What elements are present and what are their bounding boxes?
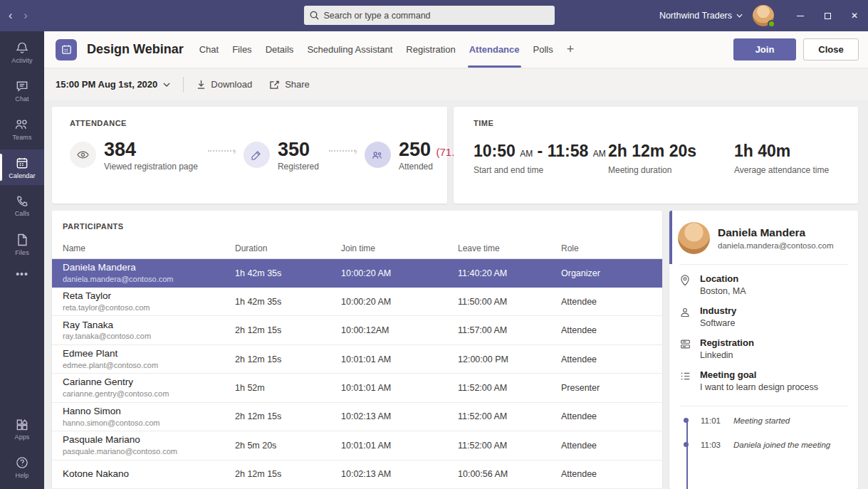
teams-people-icon <box>14 117 30 132</box>
funnel-step-viewed: 384 Viewed registration page <box>70 140 198 172</box>
help-icon <box>15 456 29 470</box>
participant-join-time: 10:01:01 AM <box>341 441 458 451</box>
command-search[interactable] <box>303 6 554 25</box>
profile-meeting-goal: Meeting goalI want to learn design proce… <box>679 369 848 392</box>
timeline-time: 11:03 <box>701 441 726 449</box>
forward-arrow-icon[interactable]: › <box>23 9 27 22</box>
column-join-time[interactable]: Join time <box>341 243 458 253</box>
profile-avatar <box>678 222 710 254</box>
column-role[interactable]: Role <box>561 243 662 253</box>
table-row[interactable]: Carianne Gentrycarianne.gentry@contoso.c… <box>52 374 662 402</box>
eye-icon <box>70 142 96 168</box>
table-row[interactable]: Edmee Plantedmee.plant@contoso.com 2h 12… <box>52 345 662 374</box>
participant-leave-time: 11:52:00 AM <box>458 441 561 451</box>
titlebar-right: Northwind Traders ✕ <box>659 0 868 31</box>
close-button[interactable]: Close <box>803 38 859 61</box>
sidebar-item-files[interactable]: Files <box>0 226 44 262</box>
tab-attendance[interactable]: Attendance <box>469 31 520 68</box>
viewed-count: 384 <box>104 140 198 159</box>
sidebar-item-chat[interactable]: Chat <box>0 73 44 108</box>
share-button[interactable]: Share <box>269 79 310 90</box>
profile-location: LocationBoston, MA <box>679 273 848 296</box>
location-pin-icon <box>679 275 691 296</box>
table-row[interactable]: Kotone Nakano 2h 12m 15s 10:02:13 AM 10:… <box>52 461 662 489</box>
user-avatar[interactable] <box>753 5 774 26</box>
sidebar-item-calendar[interactable]: Calendar <box>0 149 44 185</box>
tab-files[interactable]: Files <box>232 31 251 68</box>
column-duration[interactable]: Duration <box>235 243 341 253</box>
share-label: Share <box>285 79 310 90</box>
share-icon <box>269 80 280 90</box>
bell-icon <box>15 41 29 55</box>
funnel-arrow-icon: › <box>208 150 236 152</box>
table-row[interactable]: Pasquale Marianopasquale.mariano@contoso… <box>52 431 662 460</box>
meeting-timeline: 11:01 Meeting started 11:03 Daniela join… <box>685 416 848 449</box>
table-row[interactable]: Reta Taylorreta.taylor@contoso.com 1h 42… <box>52 288 662 316</box>
meeting-calendar-icon <box>56 39 77 61</box>
table-row[interactable]: Ray Tanakaray.tanaka@contoso.com 2h 12m … <box>52 316 662 345</box>
participant-join-time: 10:00:20 AM <box>341 268 458 278</box>
time-range-stat: 10:50 AM - 11:58 AM Start and end time <box>474 142 608 175</box>
sidebar-item-help[interactable]: Help <box>0 449 44 485</box>
participant-name: Pasquale Mariano <box>63 434 235 446</box>
sidebar-item-calls[interactable]: Calls <box>0 188 44 224</box>
back-arrow-icon[interactable]: ‹ <box>9 9 12 22</box>
participant-duration: 1h 42m 35s <box>235 268 341 278</box>
duration-stat: 2h 12m 20s Meeting duration <box>608 142 734 175</box>
add-tab-button[interactable]: + <box>567 31 575 68</box>
close-icon: ✕ <box>851 11 858 21</box>
participant-join-time: 10:00:12AM <box>341 325 458 335</box>
org-switcher[interactable]: Northwind Traders <box>659 11 743 21</box>
participants-title: PARTICIPANTS <box>52 211 662 239</box>
sidebar-item-teams[interactable]: Teams <box>0 111 44 147</box>
participant-join-time: 10:01:01 AM <box>341 354 458 364</box>
search-input[interactable] <box>323 11 548 21</box>
calendar-icon <box>15 156 29 170</box>
sidebar-more-icon[interactable]: ••• <box>0 262 44 286</box>
pencil-icon <box>244 142 270 168</box>
meeting-header: Design Webinar Chat Files Details Schedu… <box>44 31 868 68</box>
table-row[interactable]: Hanno Simonhanno.simon@contoso.com 2h 12… <box>52 403 662 431</box>
participant-role: Attendee <box>561 297 662 307</box>
join-button[interactable]: Join <box>733 38 796 61</box>
time-card: TIME 10:50 AM - 11:58 AM Start and end t… <box>454 107 858 204</box>
download-button[interactable]: Download <box>197 79 252 90</box>
column-name[interactable]: Name <box>63 243 235 253</box>
history-nav: ‹ › <box>9 0 28 31</box>
registered-count: 350 <box>278 140 319 159</box>
close-window-button[interactable]: ✕ <box>841 0 868 31</box>
sidebar-item-label: Files <box>15 249 29 256</box>
participant-role: Attendee <box>561 325 662 335</box>
participant-join-time: 10:02:13 AM <box>341 469 458 479</box>
participant-duration: 2h 12m 15s <box>235 325 341 335</box>
minimize-button[interactable] <box>787 0 814 31</box>
column-leave-time[interactable]: Leave time <box>458 243 561 253</box>
profile-name: Daniela Mandera <box>718 226 834 239</box>
tab-details[interactable]: Details <box>266 31 294 68</box>
profile-divider <box>679 406 848 406</box>
sidebar-item-apps[interactable]: Apps <box>0 411 44 446</box>
session-date-picker[interactable]: 15:00 PM Aug 1st, 2020 <box>56 79 170 90</box>
industry-person-icon <box>679 307 691 328</box>
tab-registration[interactable]: Registration <box>406 31 455 68</box>
profile-header: Daniela Mandera daniela.mandera@contoso.… <box>669 211 858 264</box>
attendance-card-title: ATTENDANCE <box>70 119 433 127</box>
sidebar-spacer <box>0 286 44 408</box>
profile-industry: IndustrySoftware <box>679 305 848 328</box>
timeline-event: 11:03 Daniela joined the meeting <box>701 441 848 449</box>
page-title: Design Webinar <box>87 42 184 57</box>
tab-polls[interactable]: Polls <box>533 31 553 68</box>
presence-available-icon <box>768 20 775 28</box>
table-row[interactable]: Daniela Manderadaniela.mandera@contoso.c… <box>52 259 662 288</box>
tab-scheduling-assistant[interactable]: Scheduling Assistant <box>307 31 392 68</box>
participant-email: hanno.simon@contoso.com <box>63 418 235 428</box>
session-date: 15:00 PM Aug 1st, 2020 <box>56 79 157 90</box>
chevron-down-icon <box>163 83 170 87</box>
maximize-button[interactable] <box>814 0 841 31</box>
sidebar-item-activity[interactable]: Activity <box>0 34 44 70</box>
time-stats: 10:50 AM - 11:58 AM Start and end time 2… <box>474 142 858 175</box>
tab-chat[interactable]: Chat <box>199 31 219 68</box>
time-range-caption: Start and end time <box>474 165 608 175</box>
participant-role: Attendee <box>561 354 662 364</box>
titlebar: ‹ › Northwind Traders ✕ <box>0 0 868 31</box>
